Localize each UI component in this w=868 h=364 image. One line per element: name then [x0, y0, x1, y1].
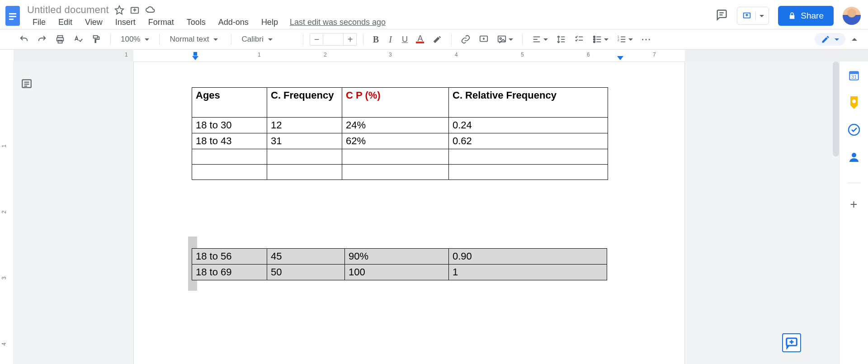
- table-cumulative-frequency[interactable]: Ages C. Frequency C P (%) C. Relative Fr…: [192, 87, 608, 180]
- document-title-input[interactable]: Untitled document: [27, 4, 109, 16]
- table-cell[interactable]: 0.90: [449, 249, 607, 265]
- title-column: Untitled document File Edit View Insert …: [27, 4, 390, 28]
- menu-addons[interactable]: Add-ons: [213, 17, 254, 28]
- ruler-tick: 1: [258, 52, 261, 58]
- table-cell[interactable]: 62%: [342, 133, 449, 149]
- table-cell[interactable]: 90%: [345, 249, 449, 265]
- docs-logo[interactable]: [4, 4, 22, 28]
- titlebar: Untitled document File Edit View Insert …: [0, 0, 868, 29]
- table-cell[interactable]: [449, 149, 608, 165]
- print-button[interactable]: [52, 33, 68, 46]
- move-icon[interactable]: [130, 5, 140, 15]
- undo-button[interactable]: [16, 33, 32, 46]
- contacts-icon[interactable]: [848, 151, 860, 163]
- zoom-value: 100%: [121, 35, 140, 44]
- table-cell[interactable]: [342, 149, 449, 165]
- table-cell[interactable]: 18 to 30: [192, 118, 267, 133]
- table-cell[interactable]: 18 to 43: [192, 133, 267, 149]
- menu-tools[interactable]: Tools: [181, 17, 211, 28]
- table-cell[interactable]: 100: [345, 265, 449, 280]
- table-cell[interactable]: [192, 149, 267, 165]
- left-indent-marker[interactable]: [192, 56, 198, 60]
- table-cell[interactable]: 12: [267, 118, 342, 133]
- editing-mode-button[interactable]: [815, 33, 845, 46]
- table-cell[interactable]: [267, 149, 342, 165]
- svg-rect-3: [9, 19, 14, 20]
- table-selected-rows[interactable]: 18 to 564590%0.90 18 to 69501001: [192, 248, 607, 280]
- table-cell[interactable]: 18 to 56: [192, 249, 267, 265]
- text-color-button[interactable]: A: [413, 33, 427, 45]
- redo-button[interactable]: [34, 33, 50, 46]
- paragraph-style-select[interactable]: Normal text: [166, 33, 225, 46]
- insert-image-button[interactable]: [494, 33, 516, 46]
- table-header[interactable]: C. Frequency: [267, 88, 342, 118]
- collapse-toolbar-icon[interactable]: [852, 38, 857, 41]
- horizontal-ruler[interactable]: 1 1 2 3 4 5 6 7: [0, 50, 868, 61]
- zoom-select[interactable]: 100%: [117, 33, 153, 46]
- svg-rect-12: [94, 36, 98, 38]
- document-canvas[interactable]: Ages C. Frequency C P (%) C. Relative Fr…: [14, 61, 839, 364]
- chevron-down-icon: [509, 38, 513, 41]
- bulleted-list-button[interactable]: [590, 33, 611, 46]
- table-cell[interactable]: [267, 165, 342, 180]
- bold-button[interactable]: B: [370, 33, 382, 47]
- menu-edit[interactable]: Edit: [53, 17, 78, 28]
- table-cell[interactable]: [342, 165, 449, 180]
- cloud-status-icon[interactable]: [145, 5, 156, 14]
- table-header[interactable]: Ages: [192, 88, 267, 118]
- checklist-button[interactable]: [571, 33, 587, 46]
- table-cell[interactable]: 31: [267, 133, 342, 149]
- last-edit-link[interactable]: Last edit was seconds ago: [285, 17, 390, 28]
- chevron-down-icon: [628, 38, 633, 41]
- table-header[interactable]: C P (%): [342, 88, 449, 118]
- document-page[interactable]: Ages C. Frequency C P (%) C. Relative Fr…: [133, 61, 685, 364]
- table-cell[interactable]: 18 to 69: [192, 265, 267, 280]
- align-button[interactable]: [529, 33, 551, 46]
- menu-help[interactable]: Help: [256, 17, 283, 28]
- table-cell[interactable]: 45: [267, 249, 345, 265]
- open-comments-icon[interactable]: [715, 9, 728, 23]
- table-cell[interactable]: 24%: [342, 118, 449, 133]
- workspace: 1 2 3 4 Ages C. Frequency C P (%) C. Rel…: [0, 61, 868, 364]
- table-cell[interactable]: [192, 165, 267, 180]
- account-avatar[interactable]: [843, 7, 861, 25]
- font-size-input[interactable]: [323, 33, 344, 45]
- numbered-list-button[interactable]: 12: [614, 33, 636, 46]
- star-icon[interactable]: [114, 5, 124, 15]
- scrollbar-thumb[interactable]: [833, 61, 839, 156]
- menu-format[interactable]: Format: [143, 17, 179, 28]
- first-line-indent-marker[interactable]: [193, 52, 197, 56]
- italic-button[interactable]: I: [384, 33, 396, 47]
- vertical-ruler[interactable]: 1 2 3 4: [0, 61, 14, 364]
- table-header[interactable]: C. Relative Frequency: [449, 88, 608, 118]
- menu-view[interactable]: View: [80, 17, 108, 28]
- menu-file[interactable]: File: [27, 17, 51, 28]
- font-select[interactable]: Calibri: [238, 33, 297, 46]
- font-size-increase[interactable]: +: [344, 33, 356, 45]
- present-button[interactable]: [737, 7, 769, 25]
- paint-format-button[interactable]: [89, 33, 104, 46]
- get-addons-button[interactable]: +: [848, 199, 860, 210]
- insert-link-button[interactable]: [458, 33, 473, 46]
- table-cell[interactable]: 50: [267, 265, 345, 280]
- font-size-decrease[interactable]: −: [310, 33, 323, 45]
- calendar-icon[interactable]: 31: [848, 70, 860, 81]
- table-cell[interactable]: 0.24: [449, 118, 608, 133]
- right-indent-marker[interactable]: [617, 56, 623, 60]
- spellcheck-button[interactable]: [71, 33, 86, 46]
- underline-button[interactable]: U: [399, 33, 410, 46]
- share-button[interactable]: Share: [778, 6, 834, 26]
- table-cell[interactable]: [449, 165, 608, 180]
- chevron-down-icon: [604, 38, 609, 41]
- table-cell[interactable]: 1: [449, 265, 607, 280]
- add-comment-fab[interactable]: [782, 333, 801, 352]
- add-comment-button[interactable]: [476, 33, 491, 46]
- highlight-button[interactable]: [429, 33, 445, 46]
- table-cell[interactable]: 0.62: [449, 133, 608, 149]
- keep-icon[interactable]: [848, 97, 860, 109]
- more-button[interactable]: ⋯: [638, 32, 655, 47]
- tasks-icon[interactable]: [848, 124, 860, 136]
- separator: [159, 34, 160, 45]
- line-spacing-button[interactable]: [553, 33, 569, 46]
- menu-insert[interactable]: Insert: [110, 17, 141, 28]
